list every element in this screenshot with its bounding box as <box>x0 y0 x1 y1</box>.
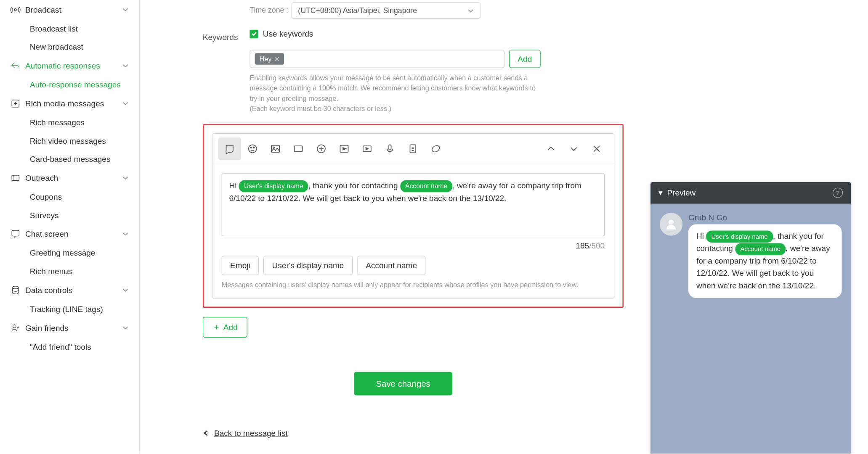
help-icon[interactable]: ? <box>833 187 843 198</box>
svg-point-0 <box>14 9 16 11</box>
image-tool-icon[interactable] <box>264 137 287 160</box>
use-keywords-label: Use keywords <box>263 29 313 38</box>
richvideo-tool-icon[interactable] <box>333 137 356 160</box>
sidebar-item-tracking[interactable]: Tracking (LINE tags) <box>0 300 139 318</box>
preview-header[interactable]: ▾ Preview ? <box>650 182 851 204</box>
sidebar-gain-label: Gain friends <box>25 323 69 333</box>
char-counter: 185/500 <box>222 241 605 250</box>
account-name-pill: Account name <box>400 180 453 192</box>
sidebar-item-greeting[interactable]: Greeting message <box>0 244 139 262</box>
preview-bubble: Hi User's display name, thank you for co… <box>688 224 842 298</box>
close-icon[interactable] <box>585 137 608 160</box>
timezone-select[interactable]: (UTC+08:00) Asia/Taipei, Singapore <box>292 2 480 18</box>
svg-point-4 <box>12 286 19 289</box>
user-display-name-pill: User's display name <box>239 180 308 192</box>
svg-rect-11 <box>295 146 303 152</box>
add-friend-icon <box>10 323 20 333</box>
sidebar-item-card-based[interactable]: Card-based messages <box>0 150 139 169</box>
database-icon <box>10 285 20 295</box>
sidebar-group-richmedia[interactable]: Rich media messages <box>0 94 139 113</box>
reply-icon <box>10 61 20 71</box>
svg-point-10 <box>273 147 274 148</box>
cardmessage-tool-icon[interactable] <box>425 137 447 160</box>
chevron-left-icon <box>203 430 210 436</box>
move-down-icon[interactable] <box>563 137 585 160</box>
sidebar: Broadcast Broadcast list New broadcast A… <box>0 0 140 454</box>
chevron-down-icon <box>122 174 129 181</box>
sidebar-item-coupons[interactable]: Coupons <box>0 187 139 206</box>
preview-panel: ▾ Preview ? Grub N Go Hi User's display … <box>650 182 851 454</box>
add-message-button[interactable]: ＋ Add <box>203 317 247 338</box>
keyword-input[interactable]: Hey ✕ <box>250 50 504 68</box>
preview-sender-name: Grub N Go <box>688 213 842 222</box>
broadcast-icon <box>10 5 20 15</box>
sidebar-item-rich-menus[interactable]: Rich menus <box>0 262 139 280</box>
main-content: Time zone : (UTC+08:00) Asia/Taipei, Sin… <box>140 0 868 454</box>
svg-point-5 <box>13 325 16 328</box>
svg-rect-15 <box>389 145 391 150</box>
avatar <box>660 213 682 235</box>
outreach-icon <box>10 173 20 183</box>
sticker-tool-icon[interactable] <box>241 137 264 160</box>
sidebar-group-chat[interactable]: Chat screen <box>0 224 139 244</box>
sidebar-item-rich-messages[interactable]: Rich messages <box>0 113 139 132</box>
sidebar-richmedia-label: Rich media messages <box>25 99 104 108</box>
sidebar-broadcast-label: Broadcast <box>25 5 61 14</box>
sidebar-group-data[interactable]: Data controls <box>0 280 139 300</box>
plus-box-icon <box>10 98 20 108</box>
move-up-icon[interactable] <box>539 137 562 160</box>
keyword-chip-text: Hey <box>260 55 272 63</box>
add-keyword-button[interactable]: Add <box>509 50 541 68</box>
sidebar-item-surveys[interactable]: Surveys <box>0 206 139 224</box>
insert-user-name-button[interactable]: User's display name <box>263 256 353 275</box>
chevron-down-icon <box>122 230 129 237</box>
timezone-label: Time zone : <box>250 2 288 14</box>
sidebar-outreach-label: Outreach <box>25 173 58 182</box>
sidebar-chat-label: Chat screen <box>25 230 69 239</box>
chat-icon <box>10 229 20 239</box>
coupon-tool-icon[interactable] <box>287 137 310 160</box>
chevron-down-icon <box>467 7 474 14</box>
save-changes-button[interactable]: Save changes <box>354 372 452 396</box>
text-tool-icon[interactable] <box>218 137 241 160</box>
sidebar-auto-label: Automatic responses <box>25 61 100 71</box>
insert-account-name-button[interactable]: Account name <box>357 256 426 275</box>
keyword-chip: Hey ✕ <box>255 53 284 65</box>
triangle-down-icon: ▾ <box>658 188 663 198</box>
svg-point-17 <box>431 144 441 153</box>
chevron-down-icon <box>122 325 129 331</box>
chevron-down-icon <box>122 100 129 107</box>
sidebar-item-auto-response[interactable]: Auto-response messages <box>0 76 139 94</box>
survey-tool-icon[interactable] <box>401 137 424 160</box>
message-editor: Hi User's display name, thank you for co… <box>212 133 615 298</box>
sidebar-group-broadcast[interactable]: Broadcast <box>0 0 139 19</box>
keywords-label: Keywords <box>203 29 250 42</box>
sidebar-item-add-friend-tools[interactable]: "Add friend" tools <box>0 338 139 356</box>
svg-rect-9 <box>271 145 279 152</box>
svg-point-18 <box>669 220 673 224</box>
sidebar-item-broadcast-list[interactable]: Broadcast list <box>0 19 139 38</box>
editor-disclaimer: Messages containing users' display names… <box>222 281 605 289</box>
chevron-down-icon <box>122 6 129 13</box>
preview-account-pill: Account name <box>735 243 786 255</box>
message-textarea[interactable]: Hi User's display name, thank you for co… <box>222 173 605 236</box>
use-keywords-checkbox[interactable] <box>250 29 258 38</box>
chevron-down-icon <box>122 62 129 69</box>
keyword-remove-icon[interactable]: ✕ <box>274 55 279 63</box>
svg-point-7 <box>251 147 252 148</box>
sidebar-group-gain[interactable]: Gain friends <box>0 318 139 338</box>
sidebar-group-auto[interactable]: Automatic responses <box>0 56 139 75</box>
preview-title: Preview <box>667 188 696 198</box>
insert-emoji-button[interactable]: Emoji <box>222 256 259 275</box>
chevron-down-icon <box>122 287 129 293</box>
richmessage-tool-icon[interactable] <box>310 137 332 160</box>
svg-rect-2 <box>12 175 19 180</box>
video-tool-icon[interactable] <box>356 137 378 160</box>
back-to-list-link[interactable]: Back to message list <box>203 428 288 438</box>
timezone-value: (UTC+08:00) Asia/Taipei, Singapore <box>298 6 417 15</box>
sidebar-item-new-broadcast[interactable]: New broadcast <box>0 38 139 56</box>
sidebar-item-rich-video[interactable]: Rich video messages <box>0 132 139 150</box>
svg-point-6 <box>249 145 257 153</box>
voice-tool-icon[interactable] <box>379 137 401 160</box>
sidebar-group-outreach[interactable]: Outreach <box>0 168 139 187</box>
